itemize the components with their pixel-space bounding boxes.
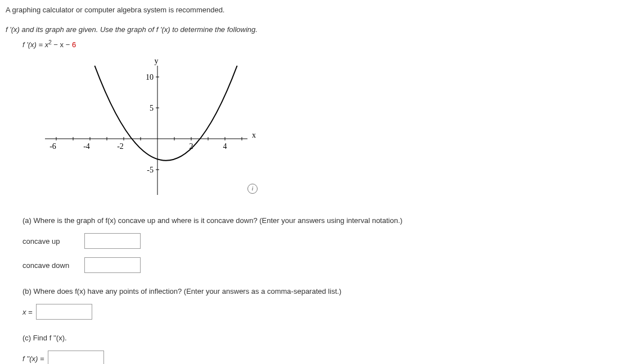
x-equals-label: x = (22, 308, 33, 316)
concave-up-label: concave up (22, 237, 79, 245)
fpp-input[interactable] (48, 351, 104, 364)
concave-up-input[interactable] (84, 233, 141, 249)
svg-text:-4: -4 (83, 142, 90, 151)
svg-text:-2: -2 (117, 142, 124, 151)
fpp-equals-label: f ''(x) = (22, 354, 44, 363)
graph: -6 -4 -2 2 4 10 5 -5 y x i (34, 54, 634, 202)
part-b-text: (b) Where does f(x) have any points of i… (22, 287, 634, 295)
concave-down-input[interactable] (84, 257, 141, 273)
equation-display: f '(x) = x2 − x − 6 (22, 39, 634, 49)
prompt-text: f '(x) and its graph are given. Use the … (6, 25, 634, 34)
svg-text:-5: -5 (147, 166, 154, 174)
svg-text:10: 10 (146, 73, 154, 81)
svg-text:y: y (155, 57, 159, 65)
inflection-input[interactable] (36, 304, 92, 320)
svg-text:5: 5 (150, 104, 154, 112)
part-a-text: (a) Where is the graph of f(x) concave u… (22, 216, 634, 225)
svg-text:x: x (252, 131, 256, 139)
svg-text:-6: -6 (49, 142, 56, 151)
concave-down-label: concave down (22, 261, 79, 270)
svg-text:4: 4 (223, 142, 227, 151)
intro-text: A graphing calculator or computer algebr… (6, 6, 634, 14)
part-c-text: (c) Find f ''(x). (22, 334, 634, 342)
